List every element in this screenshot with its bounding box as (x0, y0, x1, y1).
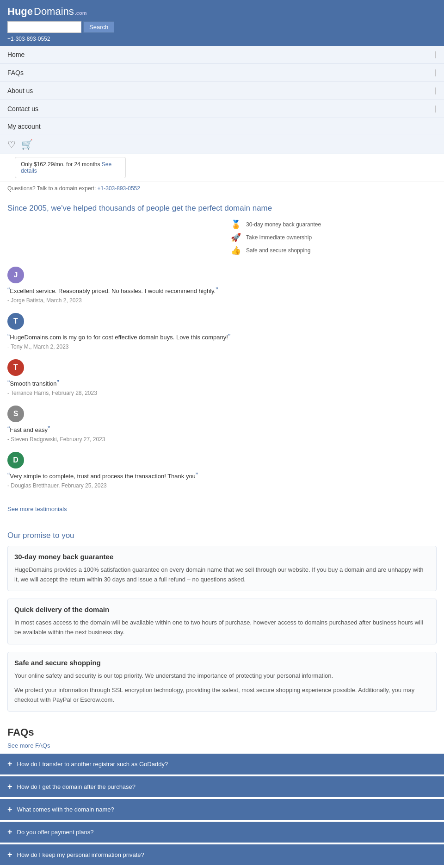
see-more-faqs-link[interactable]: See more FAQs (0, 740, 444, 754)
promise-card-1: Quick delivery of the domain In most cas… (7, 599, 437, 644)
medal-icon: 🏅 (229, 219, 242, 230)
nav-divider: | (435, 69, 437, 77)
promise-card-1-title: Quick delivery of the domain (14, 606, 430, 613)
promise-card-2-text1: Your online safety and security is our t… (14, 671, 430, 681)
search-input[interactable] (7, 21, 81, 33)
faq-item-0[interactable]: + How do I transfer to another registrar… (0, 754, 444, 774)
faq-question-4: How do I keep my personal information pr… (17, 851, 144, 858)
faqs-section: FAQs See more FAQs + How do I transfer t… (0, 719, 444, 865)
header-phone[interactable]: +1-303-893-0552 (7, 36, 437, 42)
avatar-0: J (7, 267, 24, 283)
nav-item-faqs[interactable]: FAQs | (0, 64, 444, 82)
nav-icon-bar: ♡ 🛒 (0, 135, 444, 154)
testimonial-4: D Very simple to complete, trust and pro… (7, 452, 437, 489)
logo-com: .com (75, 10, 87, 16)
rocket-icon: 🚀 (229, 232, 242, 243)
faq-plus-icon-1: + (7, 782, 12, 792)
faq-item-4[interactable]: + How do I keep my personal information … (0, 844, 444, 865)
search-form: Search (7, 21, 437, 33)
see-more-testimonials-link[interactable]: See more testimonials (0, 502, 444, 516)
testimonial-3: S Fast and easy - Steven Radgowski, Febr… (7, 406, 437, 443)
faq-item-1[interactable]: + How do I get the domain after the purc… (0, 776, 444, 797)
avatar-4: D (7, 452, 24, 468)
author-1: - Tony M., March 2, 2023 (7, 343, 437, 350)
avatar-3: S (7, 406, 24, 422)
quote-2: Smooth transition (7, 378, 437, 389)
testimonials-section: J Excellent service. Reasonably priced. … (0, 263, 444, 502)
tagline: Since 2005, we've helped thousands of pe… (0, 195, 444, 219)
nav-item-home[interactable]: Home | (0, 46, 444, 64)
thumbsup-icon: 👍 (229, 245, 242, 256)
faq-question-3: Do you offer payment plans? (17, 829, 94, 836)
nav-item-contact[interactable]: Contact us | (0, 100, 444, 118)
faq-plus-icon-2: + (7, 805, 12, 814)
faq-plus-icon-0: + (7, 759, 12, 769)
feature-ownership: 🚀 Take immediate ownership (229, 232, 437, 243)
main-content: Since 2005, we've helped thousands of pe… (0, 195, 444, 865)
main-nav: Home | FAQs | About us | Contact us | My… (0, 46, 444, 154)
testimonial-2: T Smooth transition - Terrance Harris, F… (7, 359, 437, 396)
author-4: - Douglas Bretthauer, February 25, 2023 (7, 482, 437, 489)
features-list: 🏅 30-day money back guarantee 🚀 Take imm… (222, 219, 444, 263)
author-3: - Steven Radgowski, February 27, 2023 (7, 436, 437, 443)
site-header: HugeDomains.com Search +1-303-893-0552 (0, 0, 444, 46)
faq-item-2[interactable]: + What comes with the domain name? (0, 799, 444, 820)
faqs-title: FAQs (0, 726, 444, 740)
search-button[interactable]: Search (83, 21, 114, 33)
price-tooltip: Only $162.29/mo. for 24 months See detai… (15, 157, 126, 178)
questions-phone-link[interactable]: +1-303-893-0552 (98, 185, 140, 192)
promise-card-2-title: Safe and secure shopping (14, 659, 430, 667)
promise-card-2-text2: We protect your information through SSL … (14, 686, 430, 705)
author-2: - Terrance Harris, February 28, 2023 (7, 390, 437, 396)
nav-divider: | (435, 105, 437, 113)
feature-money-back: 🏅 30-day money back guarantee (229, 219, 437, 230)
promise-card-1-text: In most cases access to the domain will … (14, 618, 430, 637)
promise-card-0-text: HugeDomains provides a 100% satisfaction… (14, 565, 430, 585)
promise-card-2: Safe and secure shopping Your online saf… (7, 652, 437, 712)
cart-icon[interactable]: 🛒 (21, 139, 33, 150)
quote-1: HugeDomains.com is my go to for cost eff… (7, 331, 437, 343)
faq-item-3[interactable]: + Do you offer payment plans? (0, 822, 444, 843)
questions-bar: Questions? Talk to a domain expert: +1-3… (0, 181, 444, 195)
nav-divider: | (435, 87, 437, 95)
quote-3: Fast and easy (7, 424, 437, 435)
faq-plus-icon-4: + (7, 850, 12, 860)
testimonial-1: T HugeDomains.com is my go to for cost e… (7, 313, 437, 350)
faq-plus-icon-3: + (7, 827, 12, 837)
feature-secure: 👍 Safe and secure shopping (229, 245, 437, 256)
avatar-1: T (7, 313, 24, 330)
logo-domains: Domains (34, 6, 74, 18)
quote-0: Excellent service. Reasonably priced. No… (7, 285, 437, 296)
nav-item-about[interactable]: About us | (0, 82, 444, 100)
faq-question-0: How do I transfer to another registrar s… (17, 761, 168, 768)
logo-huge: Huge (7, 6, 33, 18)
quote-4: Very simple to complete, trust and proce… (7, 470, 437, 481)
heart-icon[interactable]: ♡ (7, 139, 16, 150)
promise-section-title: Our promise to you (0, 524, 444, 546)
testimonial-0: J Excellent service. Reasonably priced. … (7, 267, 437, 304)
avatar-2: T (7, 359, 24, 376)
promise-card-0: 30-day money back guarantee HugeDomains … (7, 546, 437, 592)
nav-divider: | (435, 50, 437, 59)
author-0: - Jorge Batista, March 2, 2023 (7, 297, 437, 304)
promise-card-0-title: 30-day money back guarantee (14, 553, 430, 561)
nav-item-account[interactable]: My account (0, 118, 444, 135)
faq-question-2: What comes with the domain name? (17, 806, 114, 813)
faq-question-1: How do I get the domain after the purcha… (17, 783, 136, 790)
logo[interactable]: HugeDomains.com (7, 6, 437, 18)
